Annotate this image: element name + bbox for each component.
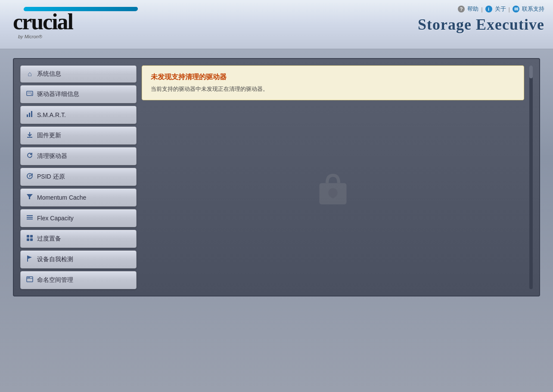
svg-rect-0 bbox=[27, 91, 33, 96]
svg-rect-12 bbox=[27, 235, 29, 238]
contact-icon: ✉ bbox=[513, 6, 519, 12]
overprovisioning-icon bbox=[26, 235, 34, 243]
svg-rect-21 bbox=[29, 277, 30, 278]
svg-rect-3 bbox=[27, 114, 28, 117]
info-icon: i bbox=[485, 6, 492, 12]
refresh-icon bbox=[26, 152, 34, 161]
logo-crucial: crucial bbox=[13, 9, 73, 34]
scrollbar[interactable] bbox=[529, 65, 533, 289]
svg-rect-13 bbox=[30, 235, 33, 238]
sidebar-item-self-test[interactable]: 设备自我检测 bbox=[20, 250, 137, 269]
sidebar-label-drive-detail: 驱动器详细信息 bbox=[37, 90, 131, 98]
sidebar-label-flex-capacity: Flex Capacity bbox=[37, 215, 131, 222]
sidebar-item-flex-capacity[interactable]: Flex Capacity bbox=[20, 209, 137, 227]
svg-marker-8 bbox=[27, 194, 33, 199]
sidebar-item-psid[interactable]: PSID 还原 bbox=[20, 168, 137, 186]
chart-icon bbox=[26, 111, 34, 119]
svg-rect-14 bbox=[27, 238, 29, 241]
sidebar-item-sys-info[interactable]: ⌂ 系统信息 bbox=[20, 65, 137, 83]
svg-rect-5 bbox=[31, 111, 32, 117]
help-link[interactable]: 帮助 bbox=[467, 5, 478, 13]
sidebar-item-sanitize[interactable]: 清理驱动器 bbox=[20, 147, 137, 165]
filter-icon bbox=[26, 193, 34, 202]
scrollbar-thumb[interactable] bbox=[529, 65, 533, 78]
sidebar-label-smart: S.M.A.R.T. bbox=[37, 111, 131, 118]
contact-link[interactable]: 联系支持 bbox=[522, 5, 544, 13]
content-area: 未发现支持清理的驱动器 当前支持的驱动器中未发现正在清理的驱动器。 bbox=[142, 65, 524, 289]
logo-micron: by Micron® bbox=[18, 34, 42, 39]
sidebar-item-namespace[interactable]: 命名空间管理 bbox=[20, 271, 137, 289]
app-title: Storage Executive bbox=[418, 15, 544, 34]
psid-icon bbox=[26, 173, 34, 181]
sidebar-item-drive-detail[interactable]: 驱动器详细信息 bbox=[20, 85, 137, 103]
sidebar-label-psid: PSID 还原 bbox=[37, 173, 131, 181]
download-icon bbox=[26, 131, 34, 140]
sidebar-item-momentum-cache[interactable]: Momentum Cache bbox=[20, 188, 137, 207]
header: crucial by Micron® ? 帮助 | i 关于 | ✉ 联系支持 … bbox=[0, 0, 553, 49]
about-link[interactable]: 关于 bbox=[495, 5, 506, 13]
svg-rect-24 bbox=[331, 193, 334, 198]
flag-icon bbox=[26, 255, 34, 264]
sidebar-label-sanitize: 清理驱动器 bbox=[37, 152, 131, 160]
notice-body: 当前支持的驱动器中未发现正在清理的驱动器。 bbox=[151, 85, 515, 93]
sidebar-label-sys-info: 系统信息 bbox=[37, 70, 131, 78]
svg-point-2 bbox=[31, 94, 32, 95]
svg-rect-4 bbox=[29, 113, 30, 117]
home-icon: ⌂ bbox=[26, 70, 34, 78]
notice-title: 未发现支持清理的驱动器 bbox=[151, 73, 515, 82]
sidebar-label-overprovisioning: 过度置备 bbox=[37, 235, 131, 243]
svg-marker-17 bbox=[28, 256, 32, 259]
logo-area: crucial by Micron® bbox=[13, 9, 73, 39]
watermark-area bbox=[314, 170, 352, 208]
sidebar-item-smart[interactable]: S.M.A.R.T. bbox=[20, 106, 137, 124]
sidebar-label-firmware: 固件更新 bbox=[37, 132, 131, 139]
notice-box: 未发现支持清理的驱动器 当前支持的驱动器中未发现正在清理的驱动器。 bbox=[142, 65, 524, 100]
nav-sep-2: | bbox=[509, 6, 510, 12]
main-container: ⌂ 系统信息 驱动器详细信息 S.M.A.R.T. bbox=[13, 58, 540, 296]
sidebar-label-namespace: 命名空间管理 bbox=[37, 276, 131, 284]
top-navigation: ? 帮助 | i 关于 | ✉ 联系支持 bbox=[458, 5, 544, 13]
drive-icon bbox=[26, 90, 34, 99]
sidebar-item-overprovisioning[interactable]: 过度置备 bbox=[20, 230, 137, 248]
sidebar-label-self-test: 设备自我检测 bbox=[37, 256, 131, 263]
svg-rect-15 bbox=[30, 238, 33, 241]
sidebar: ⌂ 系统信息 驱动器详细信息 S.M.A.R.T. bbox=[20, 65, 137, 289]
namespace-icon bbox=[26, 276, 34, 284]
svg-rect-20 bbox=[28, 277, 28, 278]
nav-sep-1: | bbox=[481, 6, 482, 12]
sidebar-item-firmware[interactable]: 固件更新 bbox=[20, 127, 137, 145]
sidebar-label-momentum-cache: Momentum Cache bbox=[37, 194, 131, 201]
flex-icon bbox=[26, 214, 34, 222]
help-icon: ? bbox=[458, 6, 465, 12]
